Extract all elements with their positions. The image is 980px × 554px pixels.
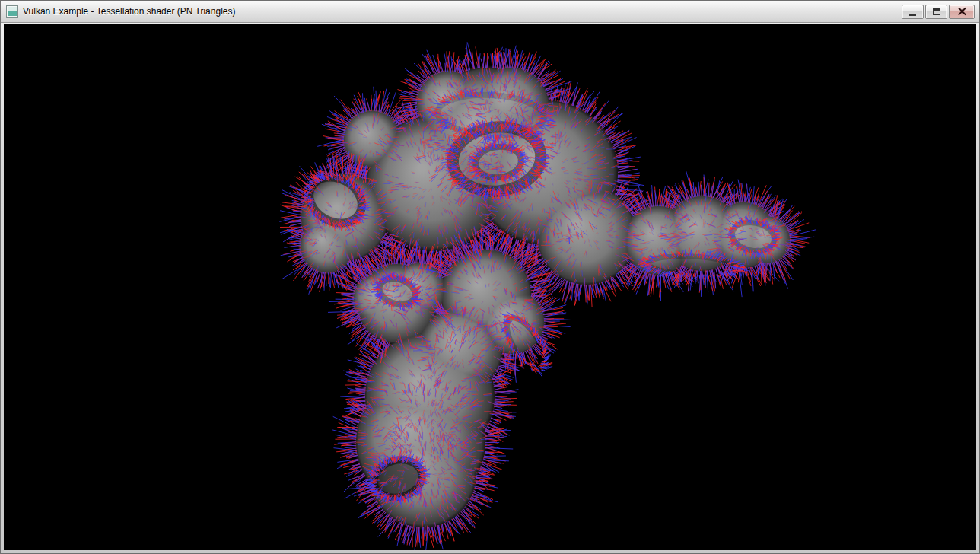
- titlebar[interactable]: Vulkan Example - Tessellation shader (PN…: [1, 1, 979, 23]
- minimize-button[interactable]: [902, 5, 924, 19]
- render-canvas[interactable]: [4, 24, 976, 550]
- vulkan-app-icon[interactable]: [6, 5, 18, 18]
- render-viewport[interactable]: [4, 24, 976, 550]
- close-button[interactable]: [949, 5, 975, 19]
- maximize-icon: [933, 8, 940, 15]
- minimize-icon: [909, 14, 916, 16]
- window-title: Vulkan Example - Tessellation shader (PN…: [23, 6, 900, 17]
- app-window: Vulkan Example - Tessellation shader (PN…: [0, 0, 980, 554]
- window-controls: [900, 5, 975, 19]
- close-icon: [958, 8, 966, 16]
- maximize-button[interactable]: [925, 5, 947, 19]
